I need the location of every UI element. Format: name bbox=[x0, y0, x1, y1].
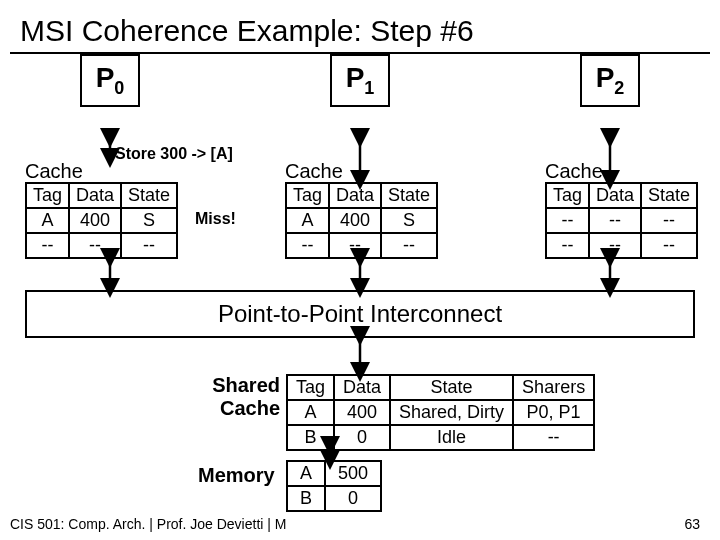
slide-title: MSI Coherence Example: Step #6 bbox=[10, 0, 710, 54]
cache-table-p0: TagDataState A400S ------ bbox=[25, 182, 178, 259]
processor-p2: P2 bbox=[580, 54, 640, 107]
memory-label: Memory bbox=[198, 464, 275, 487]
shared-cache-table: TagDataStateSharers A400Shared, DirtyP0,… bbox=[286, 374, 595, 451]
store-annotation: Store 300 -> [A] bbox=[115, 145, 233, 163]
cache-label-p2: Cache bbox=[545, 160, 603, 183]
cache-table-p1: TagDataState A400S ------ bbox=[285, 182, 438, 259]
cache-table-p2: TagDataState ------ ------ bbox=[545, 182, 698, 259]
cache-label-p0: Cache bbox=[25, 160, 83, 183]
footer-text: CIS 501: Comp. Arch. | Prof. Joe Deviett… bbox=[10, 516, 287, 532]
interconnect-box: Point-to-Point Interconnect bbox=[25, 290, 695, 338]
memory-table: A500 B0 bbox=[286, 460, 382, 512]
processor-p0: P0 bbox=[80, 54, 140, 107]
page-number: 63 bbox=[684, 516, 700, 532]
shared-cache-label: SharedCache bbox=[200, 374, 280, 420]
cache-label-p1: Cache bbox=[285, 160, 343, 183]
miss-annotation: Miss! bbox=[195, 210, 236, 228]
processor-p1: P1 bbox=[330, 54, 390, 107]
